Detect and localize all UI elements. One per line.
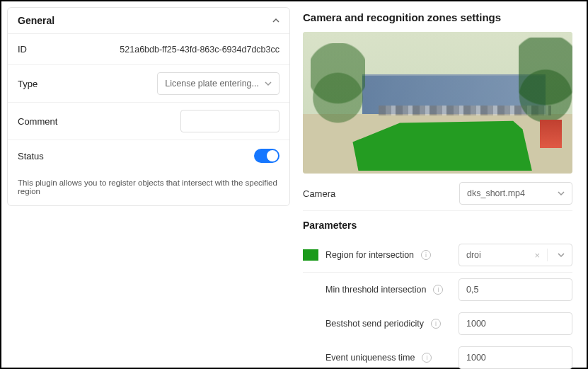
- param-min-threshold: Min threshold intersection i: [303, 273, 572, 307]
- id-value: 521a6bdb-ff25-43fd-863c-6934d7dcb3cc: [120, 45, 279, 55]
- param-bestshot: Bestshot send periodicity i: [303, 307, 572, 341]
- parameters-title: Parameters: [303, 220, 572, 231]
- comment-label: Comment: [18, 116, 57, 127]
- param-uniqueness: Event uniqueness time i: [303, 341, 572, 369]
- clear-icon[interactable]: ×: [531, 250, 543, 261]
- general-description: This plugin allows you to register objec…: [8, 171, 289, 205]
- camera-select-value: dks_short.mp4: [467, 188, 525, 198]
- region-label: Region for intersection: [325, 250, 414, 260]
- camera-row: Camera dks_short.mp4: [303, 174, 572, 211]
- camera-select[interactable]: dks_short.mp4: [459, 182, 572, 205]
- param-region-left: Region for intersection i: [303, 249, 459, 261]
- id-label: ID: [18, 44, 27, 55]
- min-threshold-input-wrapper: [459, 278, 572, 301]
- camera-label: Camera: [303, 188, 335, 199]
- uniqueness-input-wrapper: [459, 346, 572, 369]
- preview-tree-left: [311, 43, 364, 142]
- bestshot-control: [459, 312, 572, 335]
- region-select[interactable]: droi ×: [459, 244, 572, 266]
- general-header[interactable]: General: [8, 8, 289, 34]
- row-id: ID 521a6bdb-ff25-43fd-863c-6934d7dcb3cc: [8, 34, 289, 65]
- general-title: General: [18, 15, 54, 26]
- chevron-down-icon: [558, 190, 565, 197]
- bestshot-input[interactable]: [466, 319, 565, 329]
- chevron-down-icon: [558, 251, 565, 259]
- uniqueness-label: Event uniqueness time: [325, 353, 415, 363]
- region-select-value: droi: [466, 250, 481, 260]
- chevron-down-icon: [265, 80, 272, 87]
- left-column: General ID 521a6bdb-ff25-43fd-863c-6934d…: [7, 7, 290, 362]
- uniqueness-control: [459, 346, 572, 369]
- row-type: Type License plate entering...: [8, 65, 289, 103]
- info-icon[interactable]: i: [431, 319, 441, 329]
- row-status: Status: [8, 140, 289, 171]
- min-threshold-label: Min threshold intersection: [325, 285, 426, 295]
- preview-awning: [540, 120, 561, 148]
- row-comment: Comment: [8, 103, 289, 140]
- bestshot-input-wrapper: [459, 312, 572, 335]
- status-label: Status: [18, 151, 44, 161]
- type-select[interactable]: License plate entering...: [157, 72, 279, 95]
- param-min-threshold-left: Min threshold intersection i: [303, 285, 459, 295]
- region-control: droi ×: [459, 244, 572, 266]
- comment-input-wrapper: [180, 110, 279, 132]
- min-threshold-control: [459, 278, 572, 301]
- type-label: Type: [18, 79, 38, 89]
- region-color-swatch[interactable]: [303, 249, 318, 261]
- param-region: Region for intersection i droi ×: [303, 238, 572, 273]
- right-column: Camera and recognition zones settings Ca…: [290, 7, 581, 362]
- chevron-up-icon: [272, 17, 279, 24]
- page-wrapper: General ID 521a6bdb-ff25-43fd-863c-6934d…: [0, 0, 588, 369]
- info-icon[interactable]: i: [422, 353, 432, 363]
- min-threshold-input[interactable]: [466, 285, 565, 295]
- select-divider: [547, 249, 548, 261]
- param-uniqueness-left: Event uniqueness time i: [303, 353, 459, 363]
- comment-input[interactable]: [188, 116, 272, 126]
- info-icon[interactable]: i: [421, 250, 431, 260]
- status-toggle[interactable]: [254, 149, 279, 163]
- type-select-value: License plate entering...: [165, 79, 259, 89]
- camera-preview[interactable]: [303, 32, 572, 174]
- general-card: General ID 521a6bdb-ff25-43fd-863c-6934d…: [7, 7, 290, 206]
- bestshot-label: Bestshot send periodicity: [325, 319, 424, 329]
- right-title: Camera and recognition zones settings: [303, 11, 572, 23]
- param-bestshot-left: Bestshot send periodicity i: [303, 319, 459, 329]
- uniqueness-input[interactable]: [466, 353, 565, 363]
- info-icon[interactable]: i: [433, 285, 443, 295]
